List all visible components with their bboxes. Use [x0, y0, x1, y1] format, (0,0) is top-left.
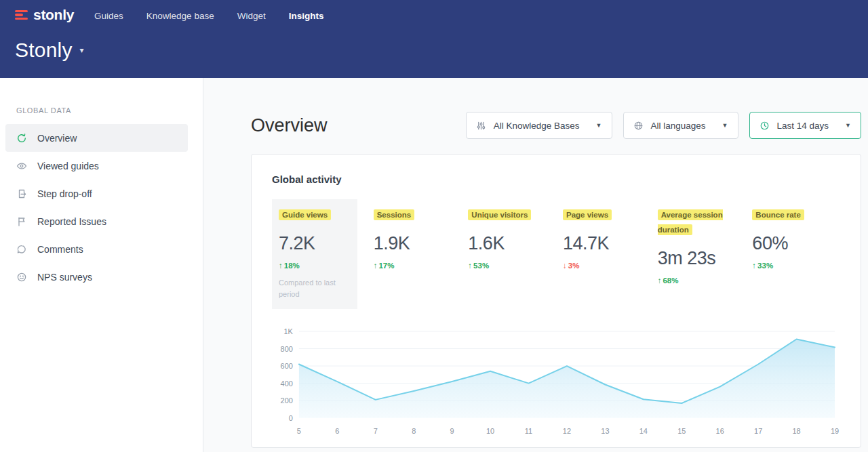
- metric-page-views[interactable]: Page views 14.7K ↓3%: [556, 199, 651, 309]
- stonly-logo[interactable]: stonly: [15, 7, 74, 23]
- smiley-icon: [16, 271, 28, 283]
- comment-bubble-icon: [16, 243, 28, 255]
- sidebar-item-label: Step drop-off: [37, 188, 92, 199]
- metric-value: 3m 23s: [658, 248, 730, 269]
- metric-label: Guide views: [279, 209, 331, 220]
- page-header: Overview All Knowledge Bases ▼ All langu…: [251, 112, 861, 139]
- svg-text:8: 8: [412, 427, 416, 435]
- metric-label: Sessions: [374, 209, 415, 220]
- svg-text:7: 7: [374, 427, 378, 435]
- stonly-logo-text: stonly: [33, 7, 74, 23]
- sidebar-item-label: Overview: [37, 133, 77, 144]
- card-title: Global activity: [272, 173, 840, 185]
- arrow-up-icon: ↑: [279, 262, 283, 270]
- svg-text:400: 400: [281, 379, 293, 388]
- metric-value: 1.9K: [374, 233, 446, 254]
- sidebar-item-label: Viewed guides: [37, 161, 99, 171]
- metric-label: Page views: [563, 209, 612, 220]
- sidebar-section-label: GLOBAL DATA: [16, 106, 203, 115]
- activity-chart: 02004006008001K5678910111213141516171819: [272, 325, 840, 440]
- global-activity-card: Global activity Guide views 7.2K ↑18% Co…: [251, 154, 861, 448]
- filter-label: All Knowledge Bases: [494, 121, 580, 131]
- metric-delta: ↑18%: [279, 262, 351, 270]
- nav-item-widget[interactable]: Widget: [237, 11, 266, 21]
- arrow-down-icon: ↓: [563, 262, 567, 270]
- main-content: Overview All Knowledge Bases ▼ All langu…: [203, 78, 868, 452]
- sidebar-item-reported-issues[interactable]: Reported Issues: [5, 207, 188, 235]
- svg-text:19: 19: [831, 427, 839, 435]
- svg-text:13: 13: [601, 427, 609, 435]
- svg-text:18: 18: [792, 427, 800, 435]
- sidebar-item-label: Reported Issues: [37, 216, 106, 227]
- step-dropoff-icon: [16, 188, 28, 199]
- knowledge-bases-filter[interactable]: All Knowledge Bases ▼: [466, 112, 612, 139]
- svg-text:10: 10: [486, 427, 494, 435]
- arrow-up-icon: ↑: [374, 262, 378, 270]
- sidebar-item-step-drop-off[interactable]: Step drop-off: [5, 180, 188, 207]
- svg-text:15: 15: [677, 427, 686, 435]
- metric-label: Average session duration: [658, 209, 723, 235]
- arrow-up-icon: ↑: [658, 276, 662, 285]
- languages-filter[interactable]: All languages ▼: [623, 112, 738, 139]
- filter-label: All languages: [651, 121, 706, 131]
- metric-delta: ↑68%: [658, 276, 730, 285]
- metric-unique-visitors[interactable]: Unique visitors 1.6K ↑53%: [461, 199, 556, 309]
- overview-icon: [16, 132, 28, 144]
- sidebar: GLOBAL DATA Overview Viewed guides Step …: [0, 78, 203, 452]
- metrics-row: Guide views 7.2K ↑18% Compared to last p…: [272, 208, 840, 300]
- clock-icon: [760, 120, 770, 131]
- svg-text:9: 9: [450, 427, 454, 435]
- metric-bounce-rate[interactable]: Bounce rate 60% ↑33%: [745, 199, 840, 309]
- metric-sessions[interactable]: Sessions 1.9K ↑17%: [367, 199, 462, 309]
- workspace-title: Stonly: [15, 39, 73, 62]
- chart-area: 02004006008001K5678910111213141516171819: [272, 325, 840, 440]
- stonly-logo-icon: [15, 9, 28, 21]
- metric-delta: ↑33%: [752, 262, 824, 270]
- eye-icon: [16, 160, 28, 171]
- chevron-down-icon: ▼: [596, 122, 602, 129]
- metric-label: Bounce rate: [752, 209, 804, 220]
- top-nav: Guides Knowledge base Widget Insights: [94, 11, 323, 21]
- svg-text:600: 600: [281, 362, 293, 370]
- metric-value: 60%: [752, 233, 824, 254]
- svg-text:1K: 1K: [284, 327, 294, 335]
- sidebar-item-label: NPS surveys: [37, 272, 92, 283]
- chevron-down-icon: ▼: [845, 122, 851, 129]
- metric-guide-views[interactable]: Guide views 7.2K ↑18% Compared to last p…: [272, 199, 357, 309]
- svg-text:17: 17: [754, 427, 762, 435]
- svg-text:800: 800: [281, 344, 293, 352]
- workspace-dropdown-caret-icon[interactable]: ▾: [80, 45, 84, 55]
- svg-text:11: 11: [525, 427, 532, 435]
- svg-text:0: 0: [289, 414, 293, 422]
- app-header: stonly Guides Knowledge base Widget Insi…: [0, 0, 868, 78]
- metric-delta: ↓3%: [563, 262, 635, 270]
- nav-item-insights[interactable]: Insights: [289, 11, 324, 21]
- sidebar-item-overview[interactable]: Overview: [5, 124, 188, 152]
- filter-label: Last 14 days: [777, 121, 829, 131]
- arrow-up-icon: ↑: [468, 262, 472, 270]
- svg-text:6: 6: [335, 427, 339, 435]
- page-title: Overview: [251, 115, 328, 136]
- sidebar-item-viewed-guides[interactable]: Viewed guides: [5, 152, 188, 180]
- metric-value: 1.6K: [468, 233, 540, 254]
- flag-icon: [16, 215, 28, 227]
- nav-item-guides[interactable]: Guides: [94, 11, 123, 21]
- metric-note: Compared to last period: [279, 277, 343, 300]
- metric-average-session-duration[interactable]: Average session duration 3m 23s ↑68%: [651, 199, 746, 309]
- svg-text:16: 16: [716, 427, 724, 435]
- sidebar-item-label: Comments: [37, 244, 83, 255]
- nav-item-knowledge-base[interactable]: Knowledge base: [146, 11, 214, 21]
- sidebar-item-nps-surveys[interactable]: NPS surveys: [5, 263, 188, 291]
- metric-value: 7.2K: [279, 233, 351, 254]
- globe-icon: [633, 120, 644, 131]
- metric-label: Unique visitors: [468, 209, 531, 220]
- workspace-row: Stonly ▾: [0, 39, 868, 62]
- sidebar-item-comments[interactable]: Comments: [5, 235, 188, 263]
- filters-row: All Knowledge Bases ▼ All languages ▼ La…: [466, 112, 861, 139]
- metric-value: 14.7K: [563, 233, 635, 254]
- svg-text:200: 200: [281, 396, 293, 405]
- date-range-filter[interactable]: Last 14 days ▼: [749, 112, 861, 139]
- metric-delta: ↑17%: [374, 262, 446, 270]
- svg-text:5: 5: [297, 427, 301, 435]
- chevron-down-icon: ▼: [722, 122, 728, 129]
